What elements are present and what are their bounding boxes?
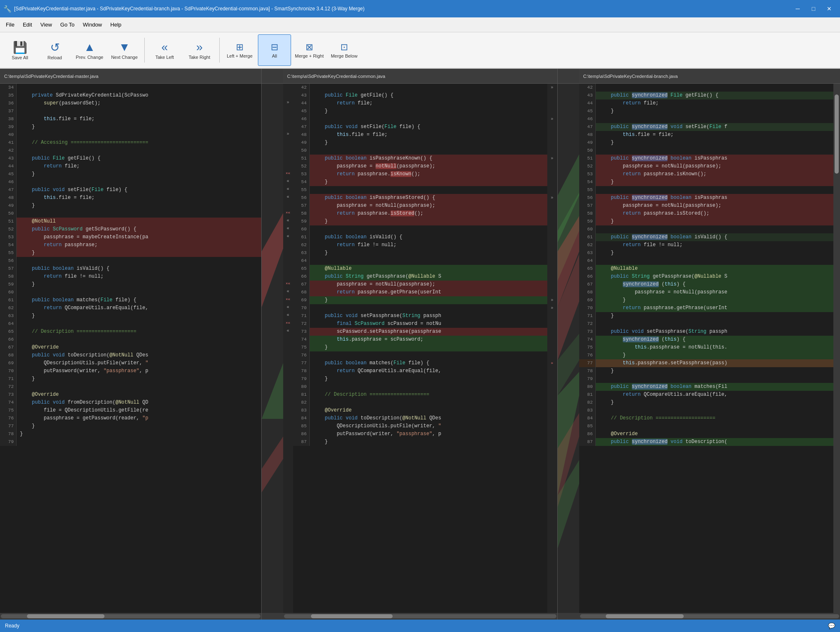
menu-view[interactable]: View	[36, 20, 56, 29]
table-row: 44 return file;	[0, 162, 261, 170]
table-row: 46	[293, 115, 547, 123]
table-row: 49 }	[0, 202, 261, 210]
table-row: 48 this.file = file;	[579, 131, 834, 139]
table-row: 47 public void setFile(File file) {	[293, 123, 547, 131]
table-row: 77 }	[0, 422, 261, 430]
maximize-button[interactable]: □	[806, 1, 821, 16]
table-row: 45 }	[579, 107, 834, 115]
minimize-button[interactable]: ─	[790, 1, 805, 16]
window-title: [SdPrivateKeyCredential-master.java - Sd…	[14, 6, 790, 12]
table-row: 62 return QCompareUtils.areEqual(file,	[0, 304, 261, 312]
left-merge-label: Left + Merge	[227, 53, 252, 58]
table-row: 80 public synchronized boolean matches(F…	[579, 383, 834, 391]
prev-change-button[interactable]: ▲ Prev. Change	[73, 34, 106, 66]
status-text: Ready	[5, 623, 19, 629]
menu-window[interactable]: Window	[79, 20, 106, 29]
table-row: 54 }	[293, 178, 547, 186]
table-row: 61 public boolean isValid() {	[293, 233, 547, 241]
all-button[interactable]: ⊟ All	[258, 34, 291, 66]
reload-label: Reload	[48, 55, 62, 60]
table-row: 78 return QCompareUtils.areEqual(file,	[293, 367, 547, 375]
prev-change-label: Prev. Change	[76, 55, 103, 60]
table-row: 72	[579, 320, 834, 328]
table-row: 72	[0, 383, 261, 391]
next-change-button[interactable]: ▼ Next Change	[108, 34, 141, 66]
table-row: 77 this.passphrase.setPassphrase(pass)	[579, 359, 834, 367]
table-row: 52 public ScPassword getScPassword() {	[0, 225, 261, 233]
menu-goto[interactable]: Go To	[56, 20, 78, 29]
table-row: 45 }	[293, 107, 547, 115]
table-row: 57 public boolean isValid() {	[0, 265, 261, 273]
all-icon: ⊟	[271, 42, 278, 53]
table-row: 62 return file != null;	[293, 241, 547, 249]
left-scrollbar-h[interactable]	[0, 613, 261, 620]
table-row: 86 putPassword(writer, "passphrase", p	[293, 430, 547, 438]
take-right-button[interactable]: » Take Right	[183, 34, 216, 66]
table-row: 54 }	[579, 178, 834, 186]
table-row: 64	[293, 257, 547, 265]
merge-below-label: Merge Below	[331, 53, 357, 58]
merge-right-button[interactable]: ⊠ Merge + Right	[293, 34, 326, 66]
table-row: 43 public synchronized File getFile() {	[579, 92, 834, 99]
app-icon: 🔧	[3, 5, 12, 13]
table-row: 79	[0, 438, 261, 446]
menu-edit[interactable]: Edit	[19, 20, 36, 29]
right-code-area[interactable]: 42 43 public synchronized File getFile()…	[579, 84, 834, 613]
window-controls[interactable]: ─ □ ✕	[790, 1, 837, 16]
merge-below-button[interactable]: ⊡ Merge Below	[328, 34, 361, 66]
table-row: 69 }	[293, 296, 547, 304]
table-row: 42	[0, 147, 261, 155]
table-row: 74 this.passphrase = scPassword;	[293, 336, 547, 344]
left-code-area[interactable]: 34 35 private SdPrivateKeyCredential(ScP…	[0, 84, 261, 613]
table-row: 42	[293, 84, 547, 92]
table-row: 53 passphrase = maybeCreateInstance(pa	[0, 233, 261, 241]
save-icon: 💾	[13, 41, 27, 54]
next-change-label: Next Change	[111, 55, 138, 60]
next-icon: ▼	[119, 41, 130, 54]
table-row: 83	[579, 407, 834, 414]
middle-scrollbar-h[interactable]	[283, 613, 557, 620]
right-scrollbar-h[interactable]	[579, 613, 840, 620]
table-row: 60	[293, 225, 547, 233]
table-row: 76 passphrase = getPassword(reader, "p	[0, 414, 261, 422]
table-row: 35 private SdPrivateKeyCredential(ScPass…	[0, 92, 261, 99]
table-row: 51 public synchronized boolean isPassphr…	[579, 155, 834, 162]
toolbar-separator-1	[144, 38, 145, 63]
menu-file[interactable]: File	[2, 20, 19, 29]
table-row: 81 return QCompareUtils.areEqual(file,	[579, 391, 834, 399]
table-row: 75 this.passphrase = notNull(this.	[579, 344, 834, 351]
menu-help[interactable]: Help	[106, 20, 126, 29]
table-row: 66 public String getPassphrase(@Nullable…	[293, 273, 547, 281]
table-row: 73 @Override	[0, 391, 261, 399]
svg-marker-1	[262, 363, 283, 419]
save-all-button[interactable]: 💾 Save All	[3, 34, 36, 66]
left-panel-header: C:\temp\a\SdPrivateKeyCredential-master.…	[0, 69, 261, 84]
table-row: 40	[0, 131, 261, 139]
table-row: 48 this.file = file;	[293, 131, 547, 139]
table-row: 79 }	[293, 375, 547, 383]
take-left-button[interactable]: « Take Left	[148, 34, 181, 66]
table-row: 49 }	[579, 139, 834, 147]
left-connector	[262, 69, 283, 620]
left-merge-button[interactable]: ⊞ Left + Merge	[223, 34, 256, 66]
table-row: 65 @Nullable	[579, 265, 834, 273]
left-merge-icon: ⊞	[236, 42, 243, 53]
right-markers-middle[interactable]: » » » » » »	[547, 84, 557, 613]
title-bar: 🔧 [SdPrivateKeyCredential-master.java - …	[0, 0, 840, 17]
merge-right-label: Merge + Right	[295, 53, 323, 58]
right-panel-scrollbar-v[interactable]	[833, 84, 840, 613]
reload-button[interactable]: ↺ Reload	[38, 34, 71, 66]
middle-panel-path: C:\temp\a\SdPrivateKeyCredential-common.…	[287, 74, 386, 79]
table-row: 43 public File getFile() {	[293, 92, 547, 99]
table-row: 85	[579, 422, 834, 430]
table-row: 51 @NotNull	[0, 218, 261, 225]
merge-below-icon: ⊡	[340, 42, 348, 53]
right-panel-header: C:\temp\a\SdPrivateKeyCredential-branch.…	[579, 69, 840, 84]
close-button[interactable]: ✕	[822, 1, 837, 16]
table-row: 73 public void setPassphrase(String pass…	[579, 328, 834, 336]
left-panel-path: C:\temp\a\SdPrivateKeyCredential-master.…	[4, 74, 98, 79]
left-markers[interactable]: » » ×« « « « ×« « « «	[283, 84, 293, 613]
middle-code-area[interactable]: 42 43 public File getFile() { 44 return …	[293, 84, 547, 613]
table-row: 59 }	[293, 218, 547, 225]
take-left-label: Take Left	[155, 55, 174, 60]
